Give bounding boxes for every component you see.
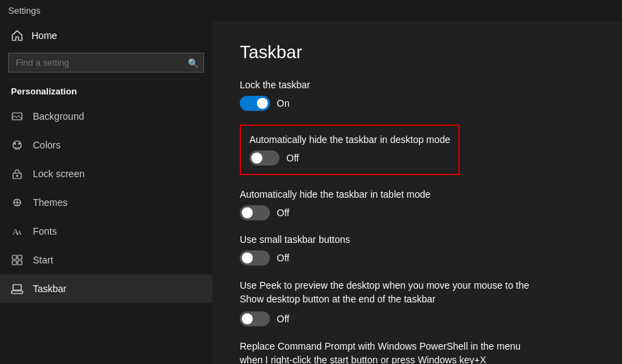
search-icon: 🔍 <box>188 57 199 68</box>
sidebar-item-taskbar[interactable]: Taskbar <box>0 274 212 303</box>
toggle-state-autohide-tablet: Off <box>277 207 289 218</box>
setting-autohide-desktop-label: Automatically hide the taskbar in deskto… <box>249 134 450 145</box>
sidebar-item-fonts-label: Fonts <box>33 226 57 237</box>
sidebar-item-colors[interactable]: Colors <box>0 131 212 159</box>
setting-peek: Use Peek to preview the desktop when you… <box>240 279 595 326</box>
search-box: 🔍 <box>8 53 204 73</box>
search-input[interactable] <box>8 53 204 73</box>
main-layout: Home 🔍 Personalization Background Color <box>0 21 622 364</box>
title-bar: Settings <box>0 0 622 21</box>
toggle-row-autohide-tablet: Off <box>240 205 595 220</box>
setting-autohide-tablet-label: Automatically hide the taskbar in tablet… <box>240 189 595 200</box>
sidebar-item-home[interactable]: Home <box>0 21 212 50</box>
toggle-small-buttons[interactable] <box>240 250 270 265</box>
setting-peek-label: Use Peek to preview the desktop when you… <box>240 279 595 306</box>
sidebar-item-start-label: Start <box>33 255 53 265</box>
lockscreen-icon <box>11 168 23 180</box>
sidebar-item-background-label: Background <box>33 111 84 122</box>
background-icon <box>11 110 23 122</box>
toggle-row-autohide-desktop: Off <box>249 151 450 166</box>
toggle-state-small-buttons: Off <box>277 252 289 263</box>
taskbar-icon <box>11 283 23 295</box>
toggle-state-peek: Off <box>277 313 289 324</box>
toggle-row-lock: On <box>240 96 595 111</box>
sidebar-item-colors-label: Colors <box>33 140 60 151</box>
sidebar-item-taskbar-label: Taskbar <box>33 283 66 294</box>
setting-replace-cmd: Replace Command Prompt with Windows Powe… <box>240 340 595 364</box>
sidebar-item-start[interactable]: Start <box>0 246 212 274</box>
setting-lock-taskbar-label: Lock the taskbar <box>240 79 595 90</box>
toggle-autohide-tablet[interactable] <box>240 205 270 220</box>
svg-rect-14 <box>13 285 21 290</box>
setting-lock-taskbar: Lock the taskbar On <box>240 79 595 111</box>
svg-point-5 <box>16 175 18 177</box>
sidebar-item-lockscreen-label: Lock screen <box>33 168 84 179</box>
sidebar-item-themes-label: Themes <box>33 197 68 208</box>
sidebar-item-lockscreen[interactable]: Lock screen <box>0 159 212 188</box>
toggle-row-peek: Off <box>240 311 595 326</box>
sidebar-home-label: Home <box>32 30 57 41</box>
svg-rect-11 <box>12 261 16 265</box>
svg-point-3 <box>18 143 21 145</box>
svg-text:A: A <box>17 229 22 236</box>
page-title: Taskbar <box>240 42 595 63</box>
setting-autohide-tablet: Automatically hide the taskbar in tablet… <box>240 189 595 220</box>
svg-rect-9 <box>12 255 16 259</box>
svg-rect-12 <box>18 261 22 265</box>
toggle-knob-small-buttons <box>242 252 253 263</box>
setting-replace-cmd-label: Replace Command Prompt with Windows Powe… <box>240 340 595 364</box>
sidebar-item-fonts[interactable]: A A Fonts <box>0 217 212 246</box>
sidebar-item-background[interactable]: Background <box>0 102 212 131</box>
setting-small-buttons: Use small taskbar buttons Off <box>240 234 595 265</box>
toggle-row-small-buttons: Off <box>240 250 595 265</box>
colors-icon <box>11 139 23 151</box>
svg-rect-10 <box>18 255 22 259</box>
home-icon <box>11 29 23 42</box>
toggle-knob-peek <box>242 313 253 324</box>
content-area: Taskbar Lock the taskbar On Automaticall… <box>212 21 622 364</box>
svg-point-2 <box>14 143 16 145</box>
setting-small-buttons-label: Use small taskbar buttons <box>240 234 595 245</box>
toggle-knob-autohide-desktop <box>251 153 262 164</box>
personalization-label: Personalization <box>0 81 212 102</box>
toggle-peek[interactable] <box>240 311 270 326</box>
toggle-lock-taskbar[interactable] <box>240 96 270 111</box>
themes-icon <box>11 196 23 209</box>
toggle-state-lock: On <box>277 98 290 109</box>
toggle-autohide-desktop[interactable] <box>249 151 279 166</box>
sidebar: Home 🔍 Personalization Background Color <box>0 21 212 364</box>
sidebar-item-themes[interactable]: Themes <box>0 188 212 217</box>
title-bar-label: Settings <box>8 5 40 16</box>
toggle-knob-autohide-tablet <box>242 207 253 218</box>
toggle-state-autohide-desktop: Off <box>286 153 299 164</box>
highlighted-section-autohide-desktop: Automatically hide the taskbar in deskto… <box>240 125 460 175</box>
fonts-icon: A A <box>11 225 23 237</box>
toggle-knob-lock <box>257 98 268 109</box>
start-icon <box>11 254 23 266</box>
svg-rect-13 <box>12 291 23 294</box>
